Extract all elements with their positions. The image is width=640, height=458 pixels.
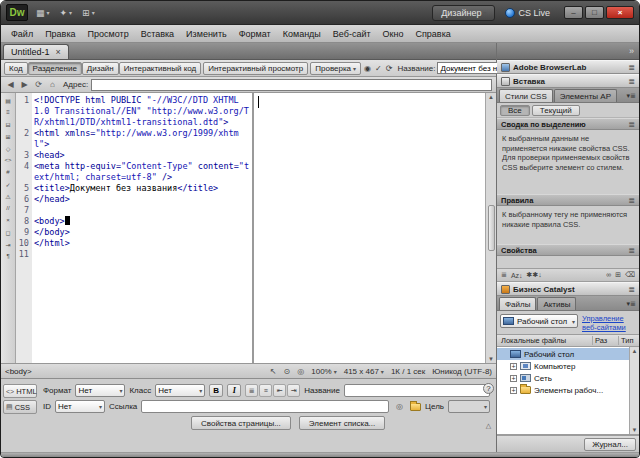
indent-icon[interactable]: ⇥ <box>287 384 300 397</box>
select-parent-tag-icon[interactable]: <> <box>3 155 14 165</box>
view-mode-button[interactable]: Интерактивный код <box>119 62 201 75</box>
files-scroll-down-icon[interactable]: ▼ <box>632 427 638 433</box>
column-type[interactable]: Тип <box>619 336 639 345</box>
design-scrollbar[interactable]: ▲ ▼ <box>485 93 496 363</box>
scroll-up-icon[interactable]: ▲ <box>488 94 494 100</box>
menu-item[interactable]: Справка <box>409 28 456 40</box>
wrap-tag-icon[interactable]: ◻ <box>3 227 14 237</box>
business-catalyst-panel-header[interactable]: Бизнес Catalyst ≣ <box>497 282 639 296</box>
insert-panel-header[interactable]: Вставка ≣ <box>497 74 639 88</box>
browse-folder-icon[interactable] <box>410 403 421 411</box>
menu-item[interactable]: Формат <box>233 28 277 40</box>
summary-menu-icon[interactable]: ≣ <box>628 120 635 129</box>
show-code-navigator-icon[interactable]: ≡ <box>3 107 14 117</box>
column-local-files[interactable]: Локальные файлы <box>497 336 593 345</box>
address-input[interactable] <box>91 79 492 91</box>
id-select[interactable]: Нет▾ <box>55 400 105 413</box>
line-numbers-icon[interactable]: ✓ <box>3 179 14 189</box>
hand-tool-icon[interactable]: ⊙ <box>284 367 291 376</box>
maximize-button[interactable]: □ <box>585 6 604 19</box>
format-source-code-icon[interactable]: ¶ <box>3 251 14 261</box>
site-menu-icon[interactable]: ⊞▾ <box>80 8 97 18</box>
extend-dreamweaver-icon[interactable]: ✦▾ <box>58 8 75 18</box>
css-all-button[interactable]: Все <box>500 105 530 116</box>
scroll-down-icon[interactable]: ▼ <box>488 356 494 362</box>
view-mode-button[interactable]: Разделение <box>28 62 82 75</box>
zoom-tool-icon[interactable]: ◎ <box>297 367 304 376</box>
expand-all-icon[interactable]: ◇ <box>3 143 14 153</box>
home-icon[interactable]: ⌂ <box>47 80 58 89</box>
bold-button[interactable]: B <box>209 384 223 397</box>
window-resize-edge[interactable] <box>1 452 639 457</box>
show-category-view-icon[interactable]: ≣ <box>501 271 507 279</box>
tab-ap-elements[interactable]: Элементы AP <box>554 89 617 102</box>
link-input[interactable] <box>141 400 389 413</box>
layout-switcher-icon[interactable]: ▦▾ <box>34 8 52 18</box>
validate-markup-icon[interactable]: ✓ <box>374 62 383 75</box>
log-button[interactable]: Журнал... <box>584 438 636 451</box>
preview-in-browser-icon[interactable]: ◉ <box>363 62 372 75</box>
menu-item[interactable]: Вставка <box>135 28 180 40</box>
browserlab-panel-menu-icon[interactable]: ≣ <box>628 63 635 72</box>
files-scrollbar[interactable]: ▲ ▼ <box>629 347 639 434</box>
point-to-file-icon[interactable]: ◎ <box>393 400 406 413</box>
expander-icon[interactable]: + <box>510 387 517 394</box>
open-documents-icon[interactable]: ▤ <box>3 95 14 105</box>
menu-item[interactable]: Файл <box>5 28 39 40</box>
collapse-selection-icon[interactable]: ⊞ <box>3 131 14 141</box>
tab-files[interactable]: Файлы <box>499 297 536 310</box>
expander-icon[interactable]: + <box>510 363 517 370</box>
select-tool-icon[interactable]: ↖ <box>270 367 277 376</box>
menu-item[interactable]: Изменить <box>180 28 233 40</box>
tag-selector-body[interactable]: <body> <box>5 367 32 376</box>
insert-panel-menu-icon[interactable]: ≣ <box>628 77 635 86</box>
highlight-invalid-code-icon[interactable]: ⚠ <box>3 191 14 201</box>
help-icon[interactable]: ? <box>483 383 494 394</box>
apply-comment-icon[interactable]: // <box>3 203 14 213</box>
zoom-level-select[interactable]: 100%▾ <box>311 367 336 376</box>
view-mode-button[interactable]: Дизайн <box>82 62 119 75</box>
css-panel-options-icon[interactable]: ▾≣ <box>627 92 639 102</box>
rules-menu-icon[interactable]: ≣ <box>628 196 635 205</box>
files-scroll-up-icon[interactable]: ▲ <box>632 348 638 354</box>
cs-live-button[interactable]: CS Live <box>501 8 554 18</box>
tree-item[interactable]: +Компьютер <box>497 360 629 372</box>
page-properties-button[interactable]: Свойства страницы... <box>191 416 291 430</box>
format-select[interactable]: Нет▾ <box>75 384 125 397</box>
code-view[interactable]: 1<!DOCTYPE html PUBLIC "-//W3C//DTD XHTM… <box>16 93 254 363</box>
title-attribute-input[interactable] <box>344 384 490 397</box>
site-select[interactable]: Рабочий стол ▾ <box>500 314 578 328</box>
browserlab-panel-header[interactable]: Adobe BrowserLab ≣ <box>497 60 639 74</box>
menu-item[interactable]: Просмотр <box>82 28 135 40</box>
inspect-button[interactable]: Проверка▾ <box>310 62 361 75</box>
menu-item[interactable]: Правка <box>39 28 81 40</box>
business-catalyst-menu-icon[interactable]: ≣ <box>628 285 635 294</box>
tab-css-styles[interactable]: Стили CSS <box>499 89 553 102</box>
minimize-button[interactable]: – <box>564 6 583 19</box>
files-panel-options-icon[interactable]: ▾≣ <box>627 300 639 310</box>
expander-icon[interactable]: + <box>510 375 517 382</box>
close-button[interactable]: × <box>606 6 634 19</box>
delete-css-rule-icon[interactable]: ⌫ <box>625 271 635 279</box>
tab-close-icon[interactable]: × <box>56 47 61 57</box>
css-properties-menu-icon[interactable]: ≣ <box>628 246 635 255</box>
list-item-button[interactable]: Элемент списка... <box>299 416 385 430</box>
document-tab[interactable]: Untitled-1 × <box>3 44 69 59</box>
menu-item[interactable]: Команды <box>277 28 327 40</box>
new-css-rule-icon[interactable]: ⊞ <box>615 271 621 279</box>
rules-section-header[interactable]: Правила ≣ <box>497 194 639 206</box>
design-view[interactable] <box>254 93 485 363</box>
recent-snippets-icon[interactable]: ⇥ <box>3 239 14 249</box>
collapse-properties-icon[interactable]: △ <box>486 422 491 430</box>
css-current-button[interactable]: Текущий <box>532 105 580 116</box>
italic-button[interactable]: I <box>227 384 241 397</box>
unordered-list-icon[interactable]: ≣ <box>245 384 258 397</box>
outdent-icon[interactable]: ⇤ <box>273 384 286 397</box>
class-select[interactable]: Нет▾ <box>155 384 205 397</box>
refresh-design-icon[interactable]: ⟳ <box>385 62 394 75</box>
balance-braces-icon[interactable]: # <box>3 167 14 177</box>
menu-item[interactable]: Окно <box>377 28 410 40</box>
live-view-button[interactable]: Интерактивный просмотр <box>203 62 308 75</box>
workspace-switcher-button[interactable]: Дизайнер▾ <box>432 5 495 21</box>
refresh-icon[interactable]: ⟳ <box>33 80 44 89</box>
